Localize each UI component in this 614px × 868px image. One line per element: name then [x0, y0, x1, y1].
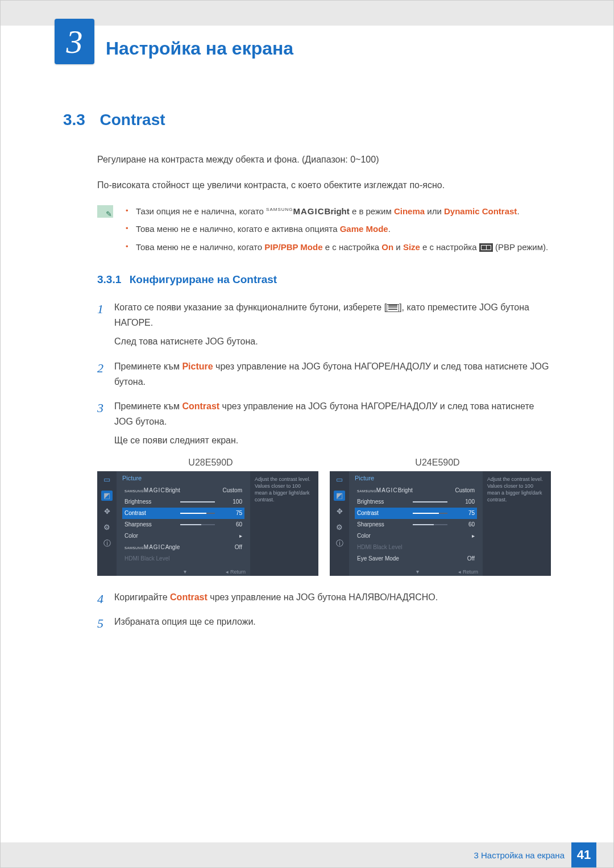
osd-row-label: Contrast: [125, 510, 176, 516]
section-number: 3.3: [63, 111, 97, 129]
osd-title: Picture: [122, 475, 244, 481]
osd-row-value: 100: [219, 499, 242, 505]
osd-row-label: SAMSUNGMAGICAngle: [125, 544, 180, 550]
subsection-number: 3.3.1: [97, 273, 121, 286]
osd-main: Picture SAMSUNGMAGICBrightCustomBrightne…: [349, 471, 483, 576]
osd-slider: [413, 501, 447, 502]
osd-row-value: Off: [452, 555, 475, 562]
osd-row-value: ▸: [219, 533, 242, 539]
osd-row-value: Custom: [452, 487, 475, 493]
chapter-header: 3 Настройка на екрана: [1, 26, 613, 71]
model-label-left: U28E590D: [188, 458, 233, 468]
osd-row: Brightness100: [355, 496, 477, 508]
section-title: Contrast: [99, 111, 165, 128]
description-1: Регулиране на контраста между обекта и ф…: [63, 153, 551, 167]
osd-row: HDMI Black Level: [122, 553, 244, 564]
osd-help-text: Adjust the contrast level. Values closer…: [483, 471, 551, 576]
osd-help-text: Adjust the contrast level. Values closer…: [250, 471, 318, 576]
osd-slider: [180, 513, 215, 514]
osd-row-label: Eye Saver Mode: [357, 555, 408, 562]
osd-right: ▭ ◩ ✥ ⚙ ⓘ Picture SAMSUNGMAGICBrightCust…: [330, 471, 551, 576]
osd-row: Sharpness60: [122, 519, 244, 530]
return-label: ◂ Return: [458, 569, 478, 575]
osd-row-value: 75: [452, 510, 475, 516]
osd-title: Picture: [355, 475, 477, 481]
step-1: 1 Когато се появи указание за функционал…: [97, 300, 551, 350]
osd-row: Brightness100: [122, 496, 244, 508]
subsection-heading: 3.3.1 Конфигуриране на Contrast: [63, 273, 551, 286]
pip-tab-icon: ✥: [101, 506, 113, 517]
osd-row-value: ▸: [452, 533, 475, 539]
info-tab-icon: ⓘ: [101, 538, 113, 549]
osd-slider: [413, 524, 447, 525]
step-3: 3 Преминете към Contrast чрез управление…: [97, 398, 551, 448]
osd-row-label: HDMI Black Level: [125, 555, 176, 562]
steps-list-continued: 4 Коригирайте Contrast чрез управление н…: [63, 589, 551, 629]
footer: 3 Настройка на екрана 41: [1, 842, 613, 867]
osd-row-label: SAMSUNGMAGICBright: [125, 487, 180, 493]
osd-row-label: Sharpness: [357, 521, 408, 528]
osd-row-label: Contrast: [357, 510, 408, 516]
subsection-title: Конфигуриране на Contrast: [130, 273, 277, 285]
osd-active-tab-icon: ◩: [334, 491, 345, 501]
return-label: ◂ Return: [226, 569, 246, 575]
osd-sidebar: ▭ ◩ ✥ ⚙ ⓘ: [97, 471, 117, 576]
model-label-right: U24E590D: [415, 458, 459, 468]
osd-row-label: HDMI Black Level: [357, 544, 408, 550]
osd-row-value: Custom: [219, 487, 242, 493]
note-item-2: Това меню не е налично, когато е активна…: [126, 222, 548, 236]
note-block: Тази опция не е налична, когато SAMSUNGM…: [63, 204, 551, 258]
section-heading: 3.3 Contrast: [63, 111, 551, 129]
step-number: 1: [97, 298, 103, 319]
page-number: 41: [571, 842, 596, 867]
note-item-3: Това меню не е налично, когато PIP/PBP M…: [126, 240, 548, 255]
model-labels: U28E590D U24E590D: [63, 458, 551, 468]
step-number: 4: [97, 588, 103, 609]
pip-tab-icon: ✥: [334, 506, 345, 517]
step-number: 3: [97, 397, 103, 418]
content: 3.3 Contrast Регулиране на контраста меж…: [1, 71, 613, 629]
picture-tab-icon: ▭: [334, 475, 345, 485]
osd-row-label: Brightness: [357, 499, 408, 505]
osd-row: Eye Saver ModeOff: [355, 553, 477, 564]
osd-row: SAMSUNGMAGICBrightCustom: [355, 485, 477, 496]
down-arrow-icon: ▾: [184, 568, 186, 575]
osd-row: SAMSUNGMAGICAngleOff: [122, 542, 244, 553]
osd-row: Contrast75: [122, 508, 244, 519]
settings-tab-icon: ⚙: [334, 522, 345, 533]
osd-row: Color▸: [355, 530, 477, 542]
osd-row-value: 60: [452, 521, 475, 528]
osd-row: Contrast75: [355, 508, 477, 519]
osd-row-label: Color: [125, 533, 176, 539]
osd-row-value: 100: [452, 499, 475, 505]
down-arrow-icon: ▾: [416, 568, 419, 575]
osd-row: Color▸: [122, 530, 244, 542]
osd-slider: [413, 513, 447, 514]
page: 3 Настройка на екрана 3.3 Contrast Регул…: [0, 0, 614, 868]
step-number: 2: [97, 358, 103, 379]
osd-sidebar: ▭ ◩ ✥ ⚙ ⓘ: [330, 471, 349, 576]
steps-list: 1 Когато се появи указание за функционал…: [63, 300, 551, 448]
footer-text: 3 Настройка на екрана: [474, 850, 565, 860]
osd-row: SAMSUNGMAGICBrightCustom: [122, 485, 244, 496]
osd-row-label: Sharpness: [125, 521, 176, 528]
step-4: 4 Коригирайте Contrast чрез управление н…: [97, 589, 551, 605]
osd-row-label: Color: [357, 533, 408, 539]
description-2: По-високата стойност ще увеличи контраст…: [63, 178, 551, 193]
pbp-split-icon: [479, 243, 493, 252]
osd-row-value: 60: [219, 521, 242, 528]
osd-active-tab-icon: ◩: [101, 491, 113, 501]
step-2: 2 Преминете към Picture чрез управление …: [97, 359, 551, 389]
note-list: Тази опция не е налична, когато SAMSUNGM…: [126, 204, 548, 258]
osd-row-label: Brightness: [125, 499, 176, 505]
osd-slider: [180, 501, 215, 502]
chapter-number-badge: 3: [55, 19, 94, 64]
note-item-1: Тази опция не е налична, когато SAMSUNGM…: [126, 204, 548, 219]
osd-row-value: 75: [219, 510, 242, 516]
osd-row-label: SAMSUNGMAGICBright: [357, 487, 413, 493]
step-number: 5: [97, 613, 103, 634]
osd-row: HDMI Black Level: [355, 542, 477, 553]
osd-row-value: Off: [219, 544, 242, 550]
settings-tab-icon: ⚙: [101, 522, 113, 533]
osd-screenshots: ▭ ◩ ✥ ⚙ ⓘ Picture SAMSUNGMAGICBrightCust…: [63, 471, 551, 576]
